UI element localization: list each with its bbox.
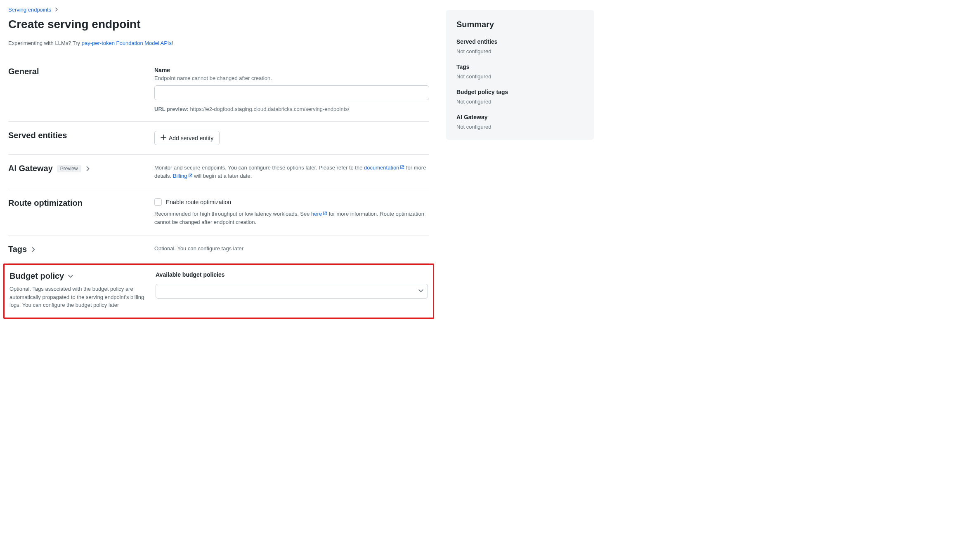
enable-route-optimization-checkbox[interactable] bbox=[154, 198, 162, 206]
section-budget-policy: Budget policy Optional. Tags associated … bbox=[9, 271, 428, 309]
llm-hint: Experimenting with LLMs? Try pay-per-tok… bbox=[8, 40, 429, 46]
budget-policy-select[interactable] bbox=[156, 284, 428, 299]
summary-panel: Summary Served entities Not configured T… bbox=[446, 10, 594, 140]
url-preview-label: URL preview: bbox=[154, 106, 189, 112]
plus-icon bbox=[161, 134, 166, 141]
breadcrumb-link-serving-endpoints[interactable]: Serving endpoints bbox=[8, 7, 51, 13]
hint-prefix: Experimenting with LLMs? Try bbox=[8, 40, 82, 46]
summary-item-value: Not configured bbox=[456, 73, 584, 80]
summary-item-value: Not configured bbox=[456, 48, 584, 54]
external-link-icon bbox=[400, 164, 404, 168]
ai-gateway-description: Monitor and secure endpoints. You can co… bbox=[154, 164, 429, 180]
external-link-icon bbox=[188, 172, 193, 176]
name-field-label: Name bbox=[154, 67, 429, 73]
enable-route-optimization-label: Enable route optimization bbox=[166, 199, 231, 205]
section-general: General Name Endpoint name cannot be cha… bbox=[8, 58, 429, 122]
tags-title: Tags bbox=[8, 245, 27, 254]
hint-suffix: ! bbox=[172, 40, 173, 46]
route-optimization-title: Route optimization bbox=[8, 198, 144, 208]
summary-item-value: Not configured bbox=[456, 99, 584, 105]
route-opt-here-link[interactable]: here bbox=[311, 211, 327, 217]
section-served-entities: Served entities Add served entity bbox=[8, 122, 429, 155]
summary-item-value: Not configured bbox=[456, 124, 584, 130]
chevron-down-icon bbox=[418, 288, 423, 294]
page-title: Create serving endpoint bbox=[8, 18, 429, 31]
ai-gateway-title-row: AI Gateway Preview bbox=[8, 164, 144, 173]
section-route-optimization: Route optimization Enable route optimiza… bbox=[8, 189, 429, 235]
name-input[interactable] bbox=[154, 85, 429, 100]
url-preview-value: https://e2-dogfood.staging.cloud.databri… bbox=[190, 106, 349, 112]
summary-item-ai-gateway: AI Gateway Not configured bbox=[456, 114, 584, 130]
budget-policy-highlight: Budget policy Optional. Tags associated … bbox=[3, 264, 434, 319]
foundation-model-link[interactable]: pay-per-token Foundation Model APIs bbox=[82, 40, 172, 46]
billing-link[interactable]: Billing bbox=[173, 173, 193, 179]
name-field-hint: Endpoint name cannot be changed after cr… bbox=[154, 75, 429, 81]
section-ai-gateway: AI Gateway Preview Monitor and secure en… bbox=[8, 155, 429, 189]
summary-item-label: Tags bbox=[456, 64, 584, 70]
summary-item-tags: Tags Not configured bbox=[456, 64, 584, 80]
add-served-entity-label: Add served entity bbox=[169, 135, 213, 141]
summary-item-label: Budget policy tags bbox=[456, 89, 584, 95]
url-preview: URL preview: https://e2-dogfood.staging.… bbox=[154, 106, 429, 112]
general-title: General bbox=[8, 67, 144, 76]
summary-item-label: AI Gateway bbox=[456, 114, 584, 120]
served-entities-title: Served entities bbox=[8, 131, 144, 140]
chevron-right-icon[interactable] bbox=[31, 245, 36, 254]
chevron-down-icon[interactable] bbox=[68, 271, 73, 281]
chevron-right-icon bbox=[54, 7, 59, 13]
tags-title-row: Tags bbox=[8, 245, 144, 254]
budget-policy-title-row: Budget policy bbox=[9, 271, 146, 281]
breadcrumb: Serving endpoints bbox=[8, 7, 429, 13]
summary-item-budget-policy-tags: Budget policy tags Not configured bbox=[456, 89, 584, 105]
ai-gateway-title: AI Gateway bbox=[8, 164, 53, 173]
summary-item-served-entities: Served entities Not configured bbox=[456, 38, 584, 54]
documentation-link[interactable]: documentation bbox=[364, 165, 404, 171]
external-link-icon bbox=[323, 210, 327, 214]
add-served-entity-button[interactable]: Add served entity bbox=[154, 131, 220, 145]
summary-item-label: Served entities bbox=[456, 38, 584, 45]
tags-description: Optional. You can configure tags later bbox=[154, 245, 429, 253]
summary-title: Summary bbox=[456, 20, 584, 29]
route-optimization-description: Recommended for high throughput or low l… bbox=[154, 210, 429, 226]
section-tags: Tags Optional. You can configure tags la… bbox=[8, 235, 429, 264]
available-budget-policies-label: Available budget policies bbox=[156, 271, 428, 278]
budget-policy-subtext: Optional. Tags associated with the budge… bbox=[9, 285, 146, 309]
budget-policy-title: Budget policy bbox=[9, 271, 64, 281]
preview-badge: Preview bbox=[57, 165, 81, 172]
chevron-right-icon[interactable] bbox=[85, 164, 90, 173]
